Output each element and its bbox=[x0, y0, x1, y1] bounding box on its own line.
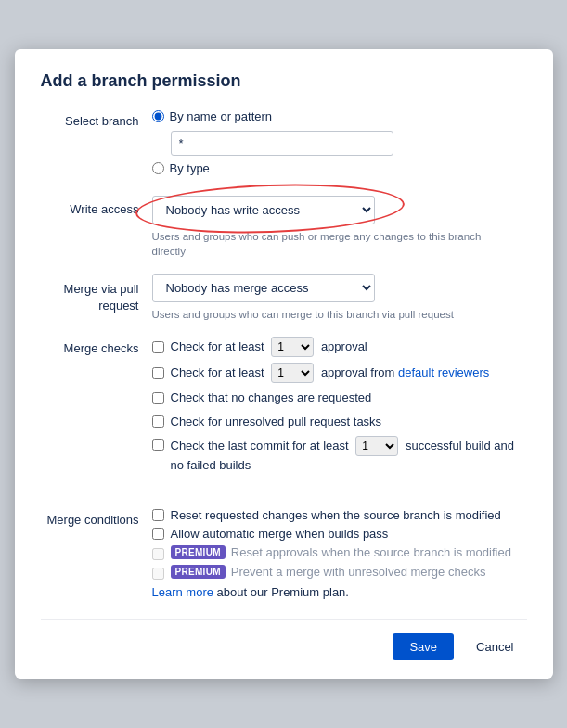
write-access-row: Write access Nobody has write access Dev… bbox=[41, 196, 527, 259]
check1-select[interactable]: 123 bbox=[271, 337, 314, 357]
check2-checkbox[interactable] bbox=[152, 367, 164, 379]
list-item: Check that no changes are requested bbox=[152, 389, 527, 407]
merge-checks-label: Merge checks bbox=[41, 337, 152, 357]
check4-checkbox[interactable] bbox=[152, 415, 164, 428]
cond1-checkbox[interactable] bbox=[152, 509, 164, 521]
radio-by-type[interactable] bbox=[152, 162, 164, 174]
radio-by-name-label[interactable]: By name or pattern bbox=[170, 109, 273, 123]
merge-via-content: Nobody has merge access Developers and a… bbox=[152, 274, 527, 322]
merge-via-label: Merge via pull request bbox=[41, 274, 152, 314]
default-reviewers-link[interactable]: default reviewers bbox=[398, 365, 489, 379]
merge-checks-row: Merge checks Check for at least 123 appr… bbox=[41, 337, 527, 493]
dialog-footer: Save Cancel bbox=[41, 619, 527, 660]
premium-badge-2: PREMIUM bbox=[171, 565, 226, 579]
merge-conditions-content: Reset requested changes when the source … bbox=[152, 508, 527, 599]
check5-label: Check the last commit for at least 123 s… bbox=[171, 436, 527, 475]
check5-select[interactable]: 123 bbox=[355, 436, 398, 456]
merge-access-help: Users and groups who can merge to this b… bbox=[152, 307, 505, 322]
list-item: Reset requested changes when the source … bbox=[152, 508, 527, 522]
cond3-checkbox[interactable] bbox=[152, 548, 164, 560]
radio-by-name-row: By name or pattern bbox=[152, 109, 527, 123]
merge-access-select[interactable]: Nobody has merge access Developers and a… bbox=[152, 274, 375, 302]
check2-label: Check for at least 123 approval from def… bbox=[171, 363, 490, 383]
write-access-content: Nobody has write access Developers and a… bbox=[152, 196, 527, 259]
radio-by-name[interactable] bbox=[152, 110, 164, 122]
cond4-label: Prevent a merge with unresolved merge ch… bbox=[231, 565, 486, 579]
radio-by-type-label[interactable]: By type bbox=[170, 161, 210, 175]
learn-more-row: Learn more about our Premium plan. bbox=[152, 585, 527, 599]
merge-conditions-label: Merge conditions bbox=[41, 508, 152, 529]
select-branch-label: Select branch bbox=[41, 109, 152, 130]
merge-via-row: Merge via pull request Nobody has merge … bbox=[41, 274, 527, 322]
save-button[interactable]: Save bbox=[393, 633, 454, 660]
check1-checkbox[interactable] bbox=[152, 341, 164, 353]
cond3-label: Reset approvals when the source branch i… bbox=[231, 545, 511, 559]
cond4-checkbox[interactable] bbox=[152, 568, 164, 580]
merge-conditions-row: Merge conditions Reset requested changes… bbox=[41, 508, 527, 599]
add-branch-permission-dialog: Add a branch permission Select branch By… bbox=[15, 49, 553, 679]
write-access-help: Users and groups who can push or merge a… bbox=[152, 229, 505, 259]
check3-label: Check that no changes are requested bbox=[171, 389, 372, 407]
cond2-checkbox[interactable] bbox=[152, 528, 164, 540]
premium-badge: PREMIUM bbox=[171, 545, 226, 559]
check3-checkbox[interactable] bbox=[152, 392, 164, 404]
select-branch-row: Select branch By name or pattern By type bbox=[41, 109, 527, 181]
check4-label: Check for unresolved pull request tasks bbox=[171, 413, 382, 431]
cancel-button[interactable]: Cancel bbox=[463, 633, 526, 660]
radio-by-type-row: By type bbox=[152, 161, 527, 175]
check2-select[interactable]: 123 bbox=[271, 363, 314, 383]
list-item: PREMIUM Reset approvals when the source … bbox=[152, 545, 527, 560]
check5-checkbox[interactable] bbox=[152, 439, 164, 451]
cond2-label: Allow automatic merge when builds pass bbox=[171, 527, 389, 541]
list-item: Check the last commit for at least 123 s… bbox=[152, 436, 527, 475]
branch-pattern-input[interactable] bbox=[171, 131, 393, 156]
write-access-label: Write access bbox=[41, 196, 152, 218]
list-item: PREMIUM Prevent a merge with unresolved … bbox=[152, 565, 527, 580]
write-access-select-wrapper: Nobody has write access Developers and a… bbox=[152, 196, 375, 224]
list-item: Allow automatic merge when builds pass bbox=[152, 527, 527, 541]
select-branch-content: By name or pattern By type bbox=[152, 109, 527, 181]
list-item: Check for at least 123 approval from def… bbox=[152, 363, 527, 383]
learn-more-link[interactable]: Learn more bbox=[152, 585, 213, 599]
list-item: Check for unresolved pull request tasks bbox=[152, 413, 527, 431]
dialog-title: Add a branch permission bbox=[41, 71, 527, 91]
cond1-label: Reset requested changes when the source … bbox=[171, 508, 501, 522]
learn-more-suffix: about our Premium plan. bbox=[213, 585, 349, 599]
write-access-select[interactable]: Nobody has write access Developers and a… bbox=[152, 196, 375, 224]
check1-label: Check for at least 123 approval bbox=[171, 337, 367, 357]
list-item: Check for at least 123 approval bbox=[152, 337, 527, 357]
merge-checks-content: Check for at least 123 approval Check fo… bbox=[152, 337, 527, 480]
